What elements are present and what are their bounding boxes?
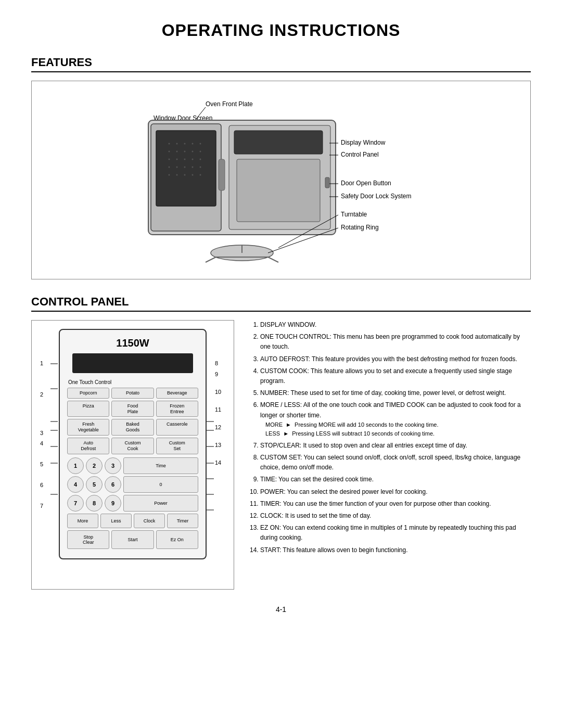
- svg-point-23: [200, 159, 201, 160]
- svg-text:Display Window: Display Window: [341, 139, 386, 146]
- svg-point-26: [184, 167, 186, 168]
- btn-baked-goods[interactable]: BakedGoods: [111, 419, 154, 436]
- btn-frozen-entree[interactable]: FrozenEntree: [156, 401, 198, 417]
- btn-7[interactable]: 7: [67, 495, 84, 512]
- bottom-row: More Less Clock Timer: [67, 514, 198, 528]
- desc-5: NUMBER: These used to set for time of da…: [260, 388, 531, 398]
- svg-text:Oven Front Plate: Oven Front Plate: [206, 100, 253, 108]
- btn-timer[interactable]: Timer: [167, 514, 198, 528]
- panel-inner: 1150W One Touch Control Popcorn Potato B…: [59, 329, 207, 559]
- btn-row-2: Pizza FoodPlate FrozenEntree: [67, 401, 198, 417]
- btn-custom-set[interactable]: CustomSet: [156, 438, 198, 454]
- svg-point-12: [192, 143, 194, 145]
- svg-point-31: [184, 174, 186, 176]
- svg-text:Safety Door Lock System: Safety Door Lock System: [341, 193, 411, 200]
- leader-lines-svg: [50, 360, 59, 579]
- btn-ez-on[interactable]: Ez On: [156, 530, 198, 549]
- svg-point-19: [169, 159, 170, 160]
- features-title: FEATURES: [31, 56, 531, 72]
- btn-potato[interactable]: Potato: [111, 388, 154, 399]
- svg-text:Rotating Ring: Rotating Ring: [341, 224, 379, 231]
- btn-4[interactable]: 4: [67, 476, 84, 493]
- svg-point-20: [176, 159, 178, 160]
- btn-time[interactable]: Time: [123, 457, 198, 474]
- microwave-svg: Oven Front Plate Window Door Screen Door…: [44, 92, 513, 263]
- btn-custom-cook[interactable]: CustomCook: [111, 438, 154, 454]
- svg-rect-35: [234, 131, 323, 154]
- btn-8[interactable]: 8: [86, 495, 103, 512]
- btn-stop-clear[interactable]: StopClear: [67, 530, 109, 549]
- num-11: 11: [215, 406, 225, 413]
- svg-point-10: [176, 143, 178, 145]
- btn-less[interactable]: Less: [100, 514, 132, 528]
- panel-right-numbers: 8 9 10 11 12 13 14: [215, 329, 225, 466]
- svg-line-42: [206, 257, 216, 262]
- btn-0[interactable]: 0: [123, 476, 198, 493]
- svg-text:Door Open Button: Door Open Button: [341, 180, 391, 187]
- control-panel-title: CONTROL PANEL: [31, 295, 531, 312]
- desc-4: CUSTOM COOK: This feature allows you to …: [260, 366, 531, 386]
- btn-5[interactable]: 5: [86, 476, 103, 493]
- desc-10: POWER: You can select the desired power …: [260, 487, 531, 497]
- btn-food-plate[interactable]: FoodPlate: [111, 401, 154, 417]
- last-row: StopClear Start Ez On: [67, 530, 198, 549]
- svg-point-28: [200, 167, 201, 168]
- svg-point-33: [200, 174, 201, 176]
- num-2: 2: [40, 391, 50, 398]
- btn-start[interactable]: Start: [111, 530, 154, 549]
- btn-clock[interactable]: Clock: [134, 514, 165, 528]
- num-row-2: 4 5 6 0: [67, 476, 198, 493]
- num-14: 14: [215, 459, 225, 466]
- microwave-diagram: Oven Front Plate Window Door Screen Door…: [42, 92, 515, 269]
- btn-6[interactable]: 6: [105, 476, 121, 493]
- less-desc: LESS ► Pressing LESS will subtract 10 se…: [265, 429, 531, 439]
- svg-point-21: [184, 159, 186, 160]
- control-panel-box: 1 2 3 4 5 6 7: [31, 320, 234, 590]
- num-row-1: 1 2 3 Time: [67, 457, 198, 474]
- more-desc: MORE ► Pressing MORE will add 10 seconds…: [265, 420, 531, 430]
- desc-7: STOP/CLEAR: It used to stop oven and cle…: [260, 441, 531, 451]
- btn-1[interactable]: 1: [67, 457, 84, 474]
- num-8: 8: [215, 360, 225, 366]
- num-4: 4: [40, 440, 50, 446]
- leader-lines-right-svg: [207, 360, 215, 579]
- svg-line-43: [268, 257, 278, 262]
- btn-row-4: AutoDefrost CustomCook CustomSet: [67, 438, 198, 454]
- btn-beverage[interactable]: Beverage: [156, 388, 198, 399]
- btn-auto-defrost[interactable]: AutoDefrost: [67, 438, 109, 454]
- num-row-3: 7 8 9 Power: [67, 495, 198, 512]
- panel-left-numbers: 1 2 3 4 5 6 7: [40, 329, 50, 509]
- desc-13: EZ ON: You can extend cooking time in mu…: [260, 523, 531, 543]
- btn-more[interactable]: More: [67, 514, 98, 528]
- desc-12: CLOCK: It is used to set the time of day…: [260, 511, 531, 521]
- desc-2: ONE TOUCH CONTROL: This menu has been pr…: [260, 332, 531, 352]
- btn-popcorn[interactable]: Popcorn: [67, 388, 109, 399]
- svg-point-13: [200, 143, 201, 145]
- panel-model: 1150W: [67, 337, 198, 349]
- svg-point-17: [192, 151, 194, 152]
- svg-point-30: [176, 174, 178, 176]
- svg-point-16: [184, 151, 186, 152]
- btn-9[interactable]: 9: [105, 495, 121, 512]
- svg-rect-38: [325, 177, 329, 188]
- svg-point-22: [192, 159, 194, 160]
- svg-point-9: [169, 143, 170, 145]
- btn-pizza[interactable]: Pizza: [67, 401, 109, 417]
- btn-row-3: FreshVegetable BakedGoods Casserole: [67, 419, 198, 436]
- desc-14: START: This feature allows oven to begin…: [260, 545, 531, 555]
- desc-6: MORE / LESS: All of the one touch cook a…: [260, 400, 531, 439]
- svg-point-32: [192, 174, 194, 176]
- btn-2[interactable]: 2: [86, 457, 103, 474]
- svg-point-24: [169, 167, 170, 168]
- btn-fresh-vegetable[interactable]: FreshVegetable: [67, 419, 109, 436]
- btn-casserole[interactable]: Casserole: [156, 419, 198, 436]
- btn-3[interactable]: 3: [105, 457, 121, 474]
- num-6: 6: [40, 482, 50, 488]
- num-9: 9: [215, 371, 225, 377]
- svg-point-27: [192, 167, 194, 168]
- btn-power[interactable]: Power: [123, 495, 198, 512]
- btn-row-1: Popcorn Potato Beverage: [67, 388, 198, 399]
- one-touch-label: One Touch Control: [68, 379, 198, 385]
- descriptions-list: DISPLAY WINDOW. ONE TOUCH CONTROL: This …: [250, 320, 531, 557]
- svg-rect-8: [156, 131, 216, 206]
